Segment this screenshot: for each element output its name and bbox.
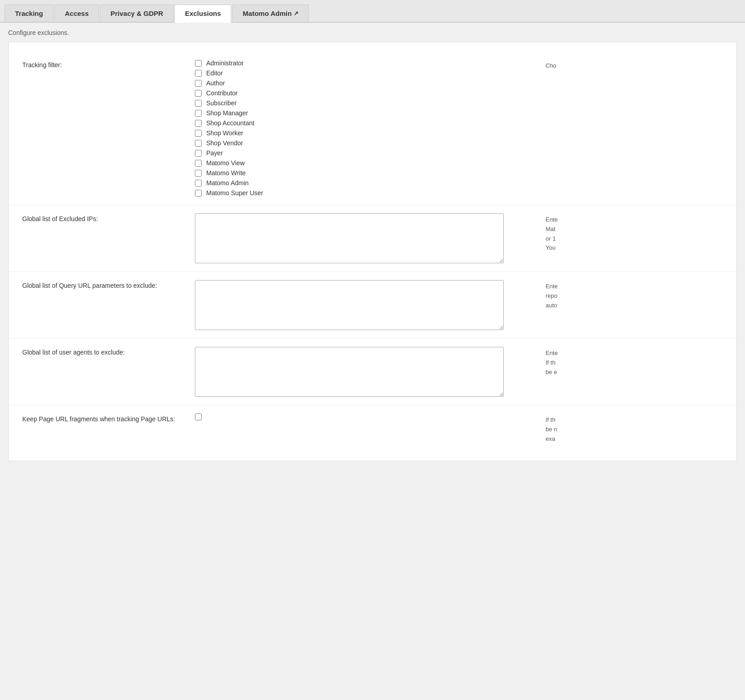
role-label-author: Author [206, 79, 225, 87]
role-label-matomo-view: Matomo View [206, 159, 245, 167]
role-matomo-view[interactable]: Matomo View [195, 159, 532, 167]
role-matomo-super-user[interactable]: Matomo Super User [195, 189, 532, 197]
role-label-matomo-write: Matomo Write [206, 169, 246, 177]
role-contributor[interactable]: Contributor [195, 89, 532, 97]
role-matomo-admin[interactable]: Matomo Admin [195, 179, 532, 187]
keep-url-checkbox[interactable] [195, 414, 202, 420]
role-label-contributor: Contributor [206, 89, 238, 97]
checkbox-shop-vendor[interactable] [195, 140, 202, 147]
checkbox-shop-worker[interactable] [195, 130, 202, 137]
checkbox-administrator[interactable] [195, 60, 202, 67]
tracking-filter-control: Administrator Editor Author Contributor [195, 59, 532, 197]
role-shop-vendor[interactable]: Shop Vendor [195, 139, 532, 147]
excluded-ips-textarea[interactable] [195, 213, 504, 263]
query-url-textarea[interactable] [195, 280, 504, 330]
external-link-icon: ↗ [293, 10, 298, 17]
tab-bar: Tracking Access Privacy & GDPR Exclusion… [0, 0, 745, 23]
configure-text: Configure exclusions. [8, 29, 737, 36]
role-author[interactable]: Author [195, 79, 532, 87]
page-content: Configure exclusions. Tracking filter: A… [0, 23, 745, 469]
checkbox-matomo-super-user[interactable] [195, 190, 202, 197]
excluded-ips-desc: EnteMator 1You [532, 213, 723, 253]
excluded-ips-label: Global list of Excluded IPs: [22, 213, 195, 222]
role-label-administrator: Administrator [206, 59, 243, 67]
query-url-row: Global list of Query URL parameters to e… [9, 272, 736, 339]
role-label-shop-worker: Shop Worker [206, 129, 243, 137]
tab-access[interactable]: Access [55, 5, 99, 22]
keep-url-checkbox-label[interactable] [195, 414, 532, 420]
user-agents-label: Global list of user agents to exclude: [22, 347, 195, 356]
role-subscriber[interactable]: Subscriber [195, 99, 532, 107]
role-editor[interactable]: Editor [195, 69, 532, 77]
role-matomo-write[interactable]: Matomo Write [195, 169, 532, 177]
role-shop-accountant[interactable]: Shop Accountant [195, 119, 532, 127]
checkbox-shop-accountant[interactable] [195, 120, 202, 127]
query-url-control [195, 280, 532, 330]
keep-url-label: Keep Page URL fragments when tracking Pa… [22, 414, 195, 423]
checkbox-matomo-view[interactable] [195, 160, 202, 167]
checkbox-shop-manager[interactable] [195, 110, 202, 117]
role-label-subscriber: Subscriber [206, 99, 237, 107]
checkbox-editor[interactable] [195, 70, 202, 77]
tab-matomo-admin[interactable]: Matomo Admin ↗ [232, 5, 309, 22]
tab-privacy-gdpr[interactable]: Privacy & GDPR [100, 5, 174, 22]
checkbox-payer[interactable] [195, 150, 202, 157]
checkbox-matomo-admin[interactable] [195, 180, 202, 187]
main-card: Tracking filter: Administrator Editor Au… [8, 42, 737, 461]
user-agents-control [195, 347, 532, 397]
keep-url-desc: If thbe nexa [532, 414, 723, 444]
checkbox-contributor[interactable] [195, 90, 202, 97]
tracking-filter-row: Tracking filter: Administrator Editor Au… [9, 51, 736, 205]
role-label-matomo-admin: Matomo Admin [206, 179, 248, 187]
excluded-ips-row: Global list of Excluded IPs: EnteMator 1… [9, 205, 736, 272]
keep-url-control [195, 414, 532, 420]
user-agents-row: Global list of user agents to exclude: E… [9, 339, 736, 405]
checkbox-author[interactable] [195, 80, 202, 87]
checkbox-subscriber[interactable] [195, 100, 202, 107]
tracking-filter-label: Tracking filter: [22, 59, 195, 69]
role-label-shop-manager: Shop Manager [206, 109, 248, 117]
query-url-label: Global list of Query URL parameters to e… [22, 280, 195, 289]
query-url-desc: Enterepoauto [532, 280, 723, 310]
role-shop-manager[interactable]: Shop Manager [195, 109, 532, 117]
tab-tracking[interactable]: Tracking [5, 5, 54, 22]
role-label-payer: Payer [206, 149, 223, 157]
role-label-shop-accountant: Shop Accountant [206, 119, 254, 127]
tab-exclusions[interactable]: Exclusions [174, 5, 231, 23]
role-label-editor: Editor [206, 69, 223, 77]
user-agents-textarea[interactable] [195, 347, 504, 397]
role-administrator[interactable]: Administrator [195, 59, 532, 67]
role-label-shop-vendor: Shop Vendor [206, 139, 243, 147]
user-agents-desc: EnteIf thbe e [532, 347, 723, 377]
role-label-matomo-super-user: Matomo Super User [206, 189, 263, 197]
role-payer[interactable]: Payer [195, 149, 532, 157]
tracking-filter-desc: Cho [532, 59, 723, 71]
checkbox-matomo-write[interactable] [195, 170, 202, 177]
excluded-ips-control [195, 213, 532, 263]
keep-url-row: Keep Page URL fragments when tracking Pa… [9, 405, 736, 452]
roles-checkbox-list: Administrator Editor Author Contributor [195, 59, 532, 197]
role-shop-worker[interactable]: Shop Worker [195, 129, 532, 137]
